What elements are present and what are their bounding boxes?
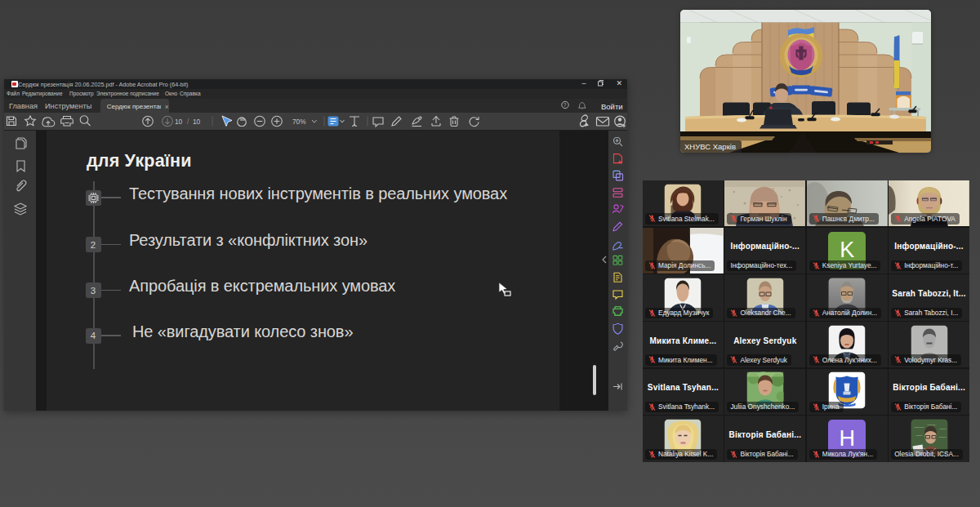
svg-text:10: 10 [193,118,201,126]
svg-text:/: / [187,118,189,126]
svg-text:70%: 70% [292,118,306,126]
svg-text:10: 10 [175,118,183,126]
svg-text:?: ? [564,102,567,108]
